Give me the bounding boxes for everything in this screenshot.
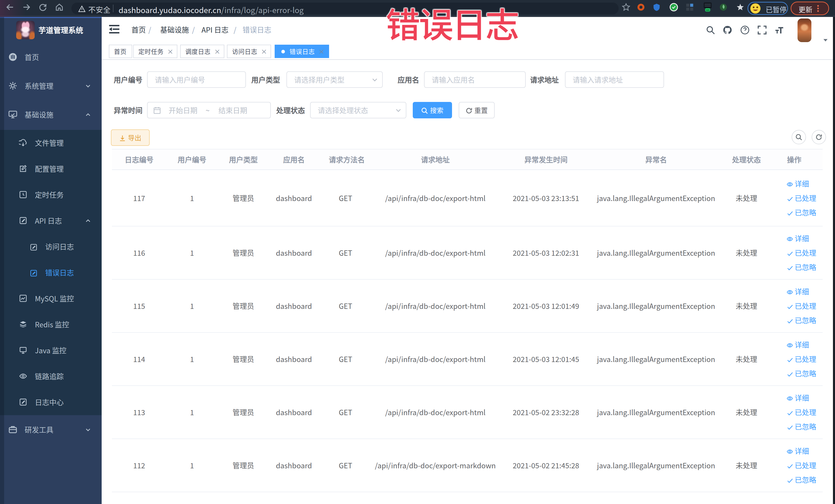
svg-text:on: on [706,8,709,12]
